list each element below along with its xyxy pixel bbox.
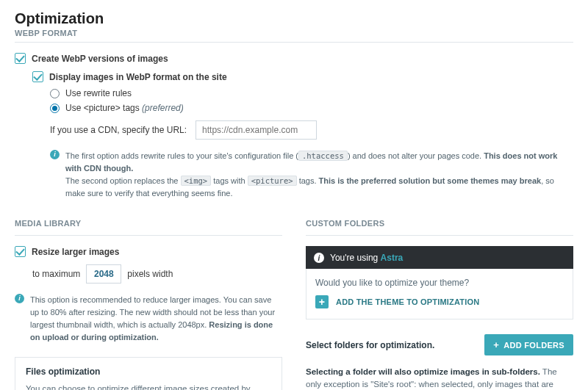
divider	[306, 235, 573, 236]
files-optimization-panel: Files optimization You can choose to opt…	[15, 357, 282, 390]
picture-tags-radio[interactable]	[50, 104, 60, 113]
select-folders-label: Select folders for optimization.	[306, 340, 434, 350]
cdn-url-input[interactable]	[196, 120, 317, 140]
info-icon: i	[15, 294, 24, 303]
info-icon: i	[50, 150, 60, 159]
resize-checkbox[interactable]	[15, 246, 26, 257]
info-icon: i	[314, 253, 324, 263]
theme-banner-text: You're using Astra	[330, 253, 403, 263]
files-title: Files optimization	[26, 366, 271, 377]
rewrite-rules-label: Use rewrite rules	[65, 88, 132, 98]
display-webp-checkbox[interactable]	[32, 71, 43, 82]
divider	[15, 42, 573, 43]
picture-tags-label: Use <picture> tags (preferred)	[65, 103, 184, 113]
page-title: Optimization	[15, 10, 573, 27]
display-webp-label: Display images in WebP format on the sit…	[49, 72, 227, 82]
webp-info-text: The first option adds rewrite rules to y…	[65, 150, 573, 200]
theme-banner: i You're using Astra	[306, 246, 573, 269]
files-desc: You can choose to optimize different ima…	[26, 384, 271, 390]
resize-label: Resize larger images	[32, 247, 119, 257]
create-webp-label: Create WebP versions of images	[32, 54, 168, 64]
max-width-input[interactable]	[86, 264, 121, 284]
folders-description: Selecting a folder will also optimize im…	[306, 366, 573, 390]
resize-info-text: This option is recommended to reduce lar…	[30, 294, 282, 344]
optimize-theme-question: Would you like to optimize your theme?	[315, 278, 564, 288]
create-webp-checkbox[interactable]	[15, 53, 26, 64]
custom-folders-heading: CUSTOM FOLDERS	[306, 219, 573, 228]
pixels-width-label: pixels width	[127, 269, 173, 279]
plus-icon: +	[493, 339, 499, 350]
add-theme-button[interactable]: + ADD THE THEME TO OPTIMIZATION	[315, 295, 564, 308]
add-folders-button[interactable]: + ADD FOLDERS	[484, 334, 573, 355]
rewrite-rules-radio[interactable]	[50, 89, 60, 98]
to-maximum-label: to maximum	[32, 269, 80, 279]
webp-section-heading: WEBP FORMAT	[15, 29, 573, 37]
theme-name-link[interactable]: Astra	[381, 253, 404, 263]
media-library-heading: MEDIA LIBRARY	[15, 219, 282, 228]
cdn-url-label: If you use a CDN, specify the URL:	[50, 125, 187, 135]
plus-icon: +	[315, 295, 329, 308]
divider	[15, 235, 282, 236]
